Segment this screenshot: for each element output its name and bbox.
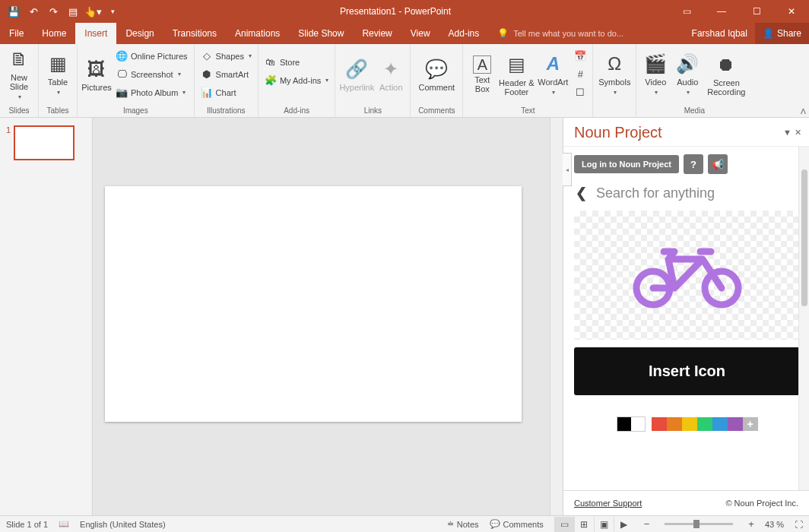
normal-view-icon[interactable]: ▭: [554, 517, 574, 532]
table-button[interactable]: ▦Table▾: [42, 46, 74, 103]
zoom-slider[interactable]: [665, 523, 733, 525]
smartart-button[interactable]: ⬢SmartArt: [198, 65, 255, 83]
pane-collapse-tab[interactable]: ◂: [563, 153, 572, 186]
pane-menu-icon[interactable]: ▼: [783, 128, 792, 138]
store-button[interactable]: 🛍Store: [262, 53, 332, 71]
help-button[interactable]: ?: [684, 154, 703, 174]
object-button[interactable]: ☐: [571, 84, 589, 101]
customer-support-link[interactable]: Customer Support: [574, 499, 642, 508]
smartart-label: SmartArt: [216, 70, 249, 79]
audio-icon: 🔊: [675, 52, 700, 76]
vertical-scrollbar[interactable]: [550, 118, 563, 515]
screen-recording-icon: ⏺: [714, 52, 738, 77]
zoom-handle[interactable]: [693, 520, 700, 528]
textbox-button[interactable]: AText Box: [466, 46, 498, 103]
symbols-button[interactable]: ΩSymbols▾: [596, 46, 633, 103]
zoom-level[interactable]: 43 %: [765, 520, 784, 529]
chart-label: Chart: [216, 88, 236, 97]
bicycle-icon: [630, 241, 744, 309]
redo-icon[interactable]: ↷: [44, 2, 62, 21]
shapes-button[interactable]: ◇Shapes▾: [198, 47, 255, 65]
zoom-in-button[interactable]: +: [748, 518, 754, 530]
tab-review[interactable]: Review: [353, 23, 401, 44]
tab-design[interactable]: Design: [116, 23, 163, 44]
video-button[interactable]: 🎬Video▾: [639, 46, 671, 103]
tab-view[interactable]: View: [401, 23, 439, 44]
tab-home[interactable]: Home: [33, 23, 75, 44]
pane-scroll-thumb[interactable]: [801, 169, 807, 306]
back-icon[interactable]: ❮: [576, 185, 587, 201]
slide-thumbnail-1[interactable]: 1: [6, 125, 84, 160]
add-color-button[interactable]: +: [743, 417, 758, 431]
tab-animations[interactable]: Animations: [226, 23, 289, 44]
slide-number-icon: #: [574, 68, 586, 81]
photo-album-button[interactable]: 📷Photo Album▾: [113, 84, 191, 101]
swatch-blue[interactable]: [712, 417, 728, 431]
ribbon: 🗎New Slide▾ Slides ▦Table▾ Tables 🖼Pictu…: [0, 44, 809, 118]
start-from-beginning-icon[interactable]: ▤: [64, 2, 82, 21]
comments-button[interactable]: 💬 Comments: [490, 519, 544, 529]
tab-slideshow[interactable]: Slide Show: [289, 23, 353, 44]
swatch-red[interactable]: [652, 417, 667, 431]
close-icon[interactable]: ✕: [774, 0, 809, 23]
slide-counter[interactable]: Slide 1 of 1: [6, 520, 48, 529]
qat-customize-icon[interactable]: ▾: [103, 2, 122, 21]
pictures-button[interactable]: 🖼Pictures: [81, 46, 113, 103]
ribbon-tabs: File Home Insert Design Transitions Anim…: [0, 23, 809, 44]
pane-scrollbar[interactable]: [798, 147, 809, 490]
date-time-button[interactable]: 📅: [571, 47, 589, 65]
minimize-icon[interactable]: —: [704, 0, 739, 23]
new-slide-button[interactable]: 🗎New Slide▾: [3, 46, 35, 103]
screenshot-button[interactable]: 🖵Screenshot▾: [113, 65, 191, 83]
online-pictures-button[interactable]: 🌐Online Pictures: [113, 47, 191, 65]
hyperlink-button: 🔗Hyperlink: [338, 46, 375, 103]
fit-to-window-icon[interactable]: ⛶: [795, 520, 803, 529]
zoom-out-button[interactable]: −: [644, 518, 650, 530]
comment-button[interactable]: 💬Comment: [414, 46, 459, 103]
slide-canvas[interactable]: [105, 186, 522, 422]
header-footer-button[interactable]: ▤Header & Footer: [498, 46, 535, 103]
tab-file[interactable]: File: [0, 23, 33, 44]
status-bar: Slide 1 of 1 📖 English (United States) ≐…: [0, 515, 809, 532]
screen-recording-button[interactable]: ⏺Screen Recording: [703, 46, 749, 103]
share-button[interactable]: 👤Share: [755, 23, 809, 44]
wordart-button[interactable]: AWordArt▾: [535, 46, 571, 103]
ribbon-display-options-icon[interactable]: ▭: [669, 0, 704, 23]
smartart-icon: ⬢: [201, 68, 213, 81]
swatch-green[interactable]: [697, 417, 712, 431]
audio-button[interactable]: 🔊Audio▾: [671, 46, 703, 103]
undo-icon[interactable]: ↶: [24, 2, 43, 21]
tab-addins[interactable]: Add-ins: [439, 23, 489, 44]
sorter-view-icon[interactable]: ⊞: [574, 517, 594, 532]
search-input[interactable]: Search for anything: [596, 185, 715, 201]
touch-mode-icon[interactable]: 👆▾: [84, 2, 102, 21]
my-addins-button[interactable]: 🧩My Add-ins▾: [262, 71, 332, 89]
reading-view-icon[interactable]: ▣: [594, 517, 614, 532]
tab-transitions[interactable]: Transitions: [163, 23, 226, 44]
swatch-purple[interactable]: [728, 417, 743, 431]
swatch-orange[interactable]: [667, 417, 682, 431]
action-icon: ✦: [379, 57, 403, 81]
swatch-black[interactable]: [617, 417, 631, 431]
tab-insert[interactable]: Insert: [75, 23, 116, 44]
insert-icon-button[interactable]: Insert Icon: [574, 347, 800, 395]
tell-me-search[interactable]: 💡Tell me what you want to do...: [488, 23, 684, 44]
slide-number-button[interactable]: #: [571, 65, 589, 83]
slideshow-view-icon[interactable]: ▶: [614, 517, 633, 532]
language-indicator[interactable]: English (United States): [80, 520, 166, 529]
copyright-text: © Noun Project Inc.: [725, 499, 798, 508]
notes-button[interactable]: ≐ Notes: [447, 519, 479, 529]
maximize-icon[interactable]: ☐: [739, 0, 774, 23]
swatch-white[interactable]: [631, 417, 645, 431]
login-button[interactable]: Log in to Noun Project: [574, 155, 679, 173]
collapse-ribbon-icon[interactable]: ᐱ: [801, 107, 806, 116]
swatch-yellow[interactable]: [682, 417, 697, 431]
group-label-media: Media: [639, 106, 749, 117]
pane-close-icon[interactable]: ✕: [795, 128, 801, 138]
save-icon[interactable]: 💾: [5, 2, 23, 21]
spell-check-icon[interactable]: 📖: [59, 519, 69, 529]
account-name[interactable]: Farshad Iqbal: [684, 23, 755, 44]
announce-button[interactable]: 📢: [708, 154, 728, 174]
title-bar: 💾 ↶ ↷ ▤ 👆▾ ▾ Presentation1 - PowerPoint …: [0, 0, 809, 23]
chart-button[interactable]: 📊Chart: [198, 84, 255, 101]
